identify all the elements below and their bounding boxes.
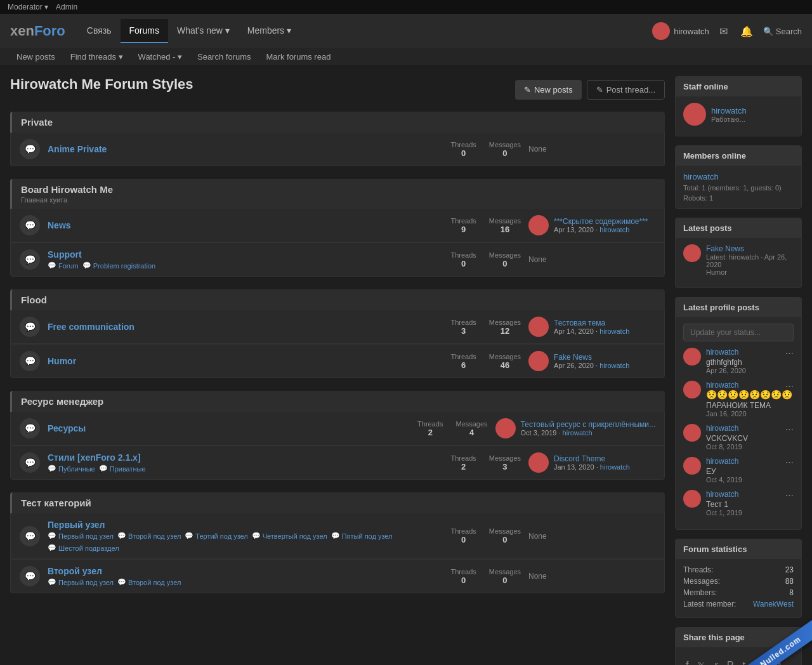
subforum-link[interactable]: 💬 Forum: [48, 261, 79, 270]
subforum-link[interactable]: 💬 Первый под узел: [48, 532, 114, 540]
subforum-link[interactable]: 💬 Тертий под узел: [185, 532, 247, 540]
subforum-link[interactable]: 💬 Первый под узел: [48, 578, 114, 586]
forum-icon: 💬: [20, 418, 40, 438]
profile-post-avatar: [683, 381, 701, 398]
reddit-icon[interactable]: r: [712, 657, 720, 665]
forum-name-link[interactable]: Humor: [48, 356, 76, 366]
facebook-icon[interactable]: f: [683, 657, 691, 665]
subnav-find-threads[interactable]: Find threads ▾: [64, 48, 129, 65]
latest-user-link[interactable]: hirowatch: [599, 226, 629, 234]
forum-row: 💬 Free communication Threads 3 Messages …: [10, 310, 665, 344]
latest-user-link[interactable]: hirowatch: [599, 362, 629, 369]
post-thread-button[interactable]: ✎ Post thread...: [587, 80, 665, 100]
twitter-icon[interactable]: 𝕏: [695, 657, 708, 665]
forum-name-link[interactable]: Support: [48, 249, 82, 260]
main-content: Hirowatch Me Forum Styles ✎ New posts ✎ …: [0, 66, 812, 665]
header-right: hirowatch ✉ 🔔 🔍 Search: [652, 22, 802, 40]
profile-name-link[interactable]: hirowatch: [706, 381, 792, 390]
forum-name-link[interactable]: Стили [xenForo 2.1.x]: [48, 452, 141, 463]
subforum-link[interactable]: 💬 Шестой подраздел: [48, 544, 119, 552]
profile-name-link[interactable]: hirowatch: [706, 457, 742, 466]
search-icon: 🔍: [763, 27, 773, 36]
logo[interactable]: xenForo: [10, 23, 65, 39]
forum-name-link[interactable]: Первый узел: [48, 520, 105, 530]
user-menu[interactable]: hirowatch: [652, 22, 709, 40]
profile-name-link[interactable]: hirowatch: [706, 348, 746, 357]
latest-user-link[interactable]: hirowatch: [599, 327, 629, 335]
inbox-icon[interactable]: ✉: [717, 23, 730, 40]
admin-link[interactable]: Admin: [56, 3, 77, 11]
subnav-mark-read[interactable]: Mark forums read: [260, 48, 337, 65]
profile-post-avatar: [683, 348, 701, 365]
more-button[interactable]: ···: [785, 348, 794, 359]
subforum-link[interactable]: 💬 Приватные: [99, 464, 146, 473]
profile-name-link[interactable]: hirowatch: [706, 424, 748, 433]
latest-profile-posts-header: Latest profile posts: [676, 298, 801, 317]
latest-avatar: [495, 418, 516, 438]
forum-name-link[interactable]: Второй узел: [48, 566, 102, 576]
latest-title-link[interactable]: ***Скрытое содержимое***: [554, 217, 648, 226]
latest-title-link[interactable]: Discord Theme: [554, 454, 605, 463]
search-button[interactable]: 🔍 Search: [763, 27, 802, 36]
latest-info: Тестовая тема Apr 14, 2020 · hirowatch: [554, 319, 629, 335]
forum-name-link[interactable]: Ресурсы: [48, 423, 86, 433]
more-button[interactable]: ···: [785, 457, 794, 468]
forum-row: 💬 Первый узел 💬 Первый под узел 💬 Второй…: [10, 513, 665, 559]
nav-link-svyaz[interactable]: Связь: [78, 19, 121, 43]
latest-title-link[interactable]: Fake News: [554, 353, 592, 362]
forum-latest: Discord Theme Jan 13, 2020 · hirowatch: [528, 452, 655, 473]
subnav-search-forums[interactable]: Search forums: [191, 48, 258, 65]
nav-link-members[interactable]: Members ▾: [239, 19, 300, 43]
new-posts-button[interactable]: ✎ New posts: [515, 80, 582, 100]
subforum-link[interactable]: 💬 Problem registration: [82, 261, 155, 270]
forum-info: Free communication: [48, 322, 443, 332]
subforum-link[interactable]: 💬 Публичные: [48, 464, 95, 473]
forum-subforums: 💬 Первый под узел 💬 Второй под узел 💬 Те…: [48, 532, 443, 552]
forum-subforums: 💬 Forum 💬 Problem registration: [48, 261, 443, 270]
latest-user-link[interactable]: hirowatch: [563, 429, 593, 437]
subforum-link[interactable]: 💬 Четвертый под узел: [252, 532, 327, 540]
subforum-link[interactable]: 💬 Второй под узел: [117, 532, 181, 540]
post-title-link[interactable]: Fake News: [706, 244, 794, 253]
forum-name-link[interactable]: Free communication: [48, 322, 134, 332]
nav-link-forums[interactable]: Forums: [121, 19, 168, 43]
pinterest-icon[interactable]: P: [724, 657, 737, 665]
latest-profile-posts-content: hirowatch gthhfghfgh Apr 26, 2020 ··· hi…: [676, 317, 801, 529]
moderator-dropdown-icon: ▾: [44, 3, 48, 11]
forum-icon: 💬: [20, 526, 40, 546]
moderator-dropdown[interactable]: Moderator ▾: [8, 3, 48, 11]
category-header: Private: [10, 112, 665, 133]
latest-posts-header: Latest posts: [676, 218, 801, 238]
subnav-watched[interactable]: Watched - ▾: [132, 48, 188, 65]
subforum-link[interactable]: 💬 Пятый под узел: [331, 532, 393, 540]
more-button[interactable]: ···: [785, 490, 794, 501]
latest-user-link[interactable]: hirowatch: [600, 463, 630, 471]
profile-name-link[interactable]: hirowatch: [706, 490, 742, 499]
staff-name-link[interactable]: hirowatch: [711, 106, 747, 115]
alerts-icon[interactable]: 🔔: [738, 23, 756, 40]
more-button[interactable]: ···: [785, 381, 794, 392]
forum-name-link[interactable]: News: [48, 220, 71, 230]
forum-latest: None: [528, 572, 655, 581]
forum-latest: None: [528, 532, 655, 541]
staff-online-content: hirowatch Работаю...: [676, 96, 801, 136]
forum-icon: 💬: [20, 452, 40, 473]
latest-title-link[interactable]: Тестовый ресурс с прикреплёнными...: [521, 420, 655, 429]
latest-title-link[interactable]: Тестовая тема: [554, 319, 605, 327]
latest-posts-box: Latest posts Fake News Latest: hirowatch…: [675, 218, 802, 288]
online-member-link[interactable]: hirowatch: [683, 172, 719, 181]
status-input[interactable]: [683, 324, 794, 341]
profile-post-item: hirowatch Тест 1 Oct 1, 2019 ···: [683, 490, 794, 517]
more-button[interactable]: ···: [785, 424, 794, 435]
nav-link-whatsnew[interactable]: What's new ▾: [168, 19, 239, 43]
subforum-link[interactable]: 💬 Второй под узел: [117, 578, 181, 586]
messages-stat-row: Messages: 88: [683, 577, 794, 586]
staff-item: hirowatch Работаю...: [683, 103, 794, 126]
latest-member-link[interactable]: WanekWest: [753, 600, 794, 609]
subnav-new-posts[interactable]: New posts: [10, 48, 62, 65]
profile-post-avatar: [683, 490, 701, 508]
forum-latest: ***Скрытое содержимое*** Apr 13, 2020 · …: [528, 215, 655, 235]
forum-name-link[interactable]: Anime Private: [48, 144, 107, 154]
tumblr-icon[interactable]: t: [740, 657, 747, 665]
latest-profile-posts-box: Latest profile posts hirowatch gthhfghfg…: [675, 297, 802, 530]
